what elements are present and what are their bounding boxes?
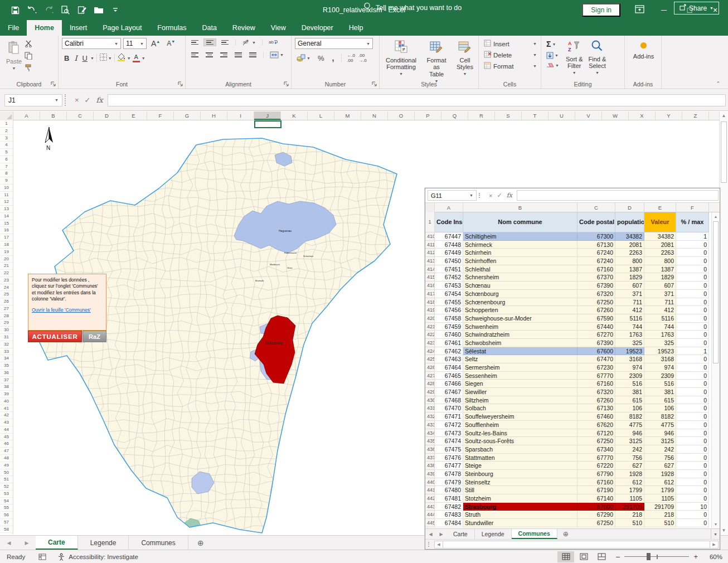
row-header[interactable]: 8 — [0, 170, 13, 177]
cell-code-insee[interactable]: 67448 — [435, 241, 463, 249]
number-dialog-launcher[interactable] — [371, 81, 377, 87]
cell-code-insee[interactable]: 67454 — [435, 290, 463, 298]
cell-code-insee[interactable]: 67449 — [435, 249, 463, 257]
enter-icon[interactable]: ✓ — [85, 96, 91, 104]
ewin-header-cell[interactable]: population — [615, 212, 644, 232]
ewin-header-cell[interactable]: % / max — [676, 212, 709, 232]
cell-pct-max[interactable]: 0 — [676, 298, 709, 307]
cell-code-insee[interactable]: 67466 — [435, 380, 463, 388]
column-header-k[interactable]: K — [281, 111, 308, 120]
cell-code-insee[interactable]: 67468 — [435, 396, 463, 405]
row-header[interactable]: 17 — [0, 234, 13, 241]
cell-valeur[interactable]: 3168 — [644, 355, 676, 363]
align-left-icon[interactable] — [189, 51, 201, 59]
cell-population[interactable]: 242 — [615, 445, 644, 454]
cell-code-postal[interactable]: 67440 — [577, 323, 615, 331]
cell-pct-max[interactable]: 0 — [676, 273, 709, 282]
cell-nom-commune[interactable]: Struth — [463, 511, 577, 519]
cell-population[interactable]: 106 — [615, 404, 644, 412]
row-header[interactable]: 55 — [0, 504, 13, 512]
percent-style-icon[interactable]: % — [316, 54, 327, 62]
sort-filter-button[interactable]: AZ Sort & Filter▼ — [563, 38, 586, 80]
row-header[interactable]: 50 — [0, 469, 13, 477]
main-tab-left-icon[interactable]: ◀ — [7, 540, 11, 546]
ewin-column-header-b[interactable]: B — [463, 203, 577, 212]
column-header-r[interactable]: R — [468, 111, 495, 120]
merge-center-icon[interactable]: ▼ — [268, 51, 285, 59]
row-header[interactable]: 25 — [0, 291, 13, 298]
ewin-row-number[interactable]: 413 — [425, 257, 435, 265]
row-header[interactable]: 36 — [0, 370, 13, 377]
row-header[interactable]: 53 — [0, 491, 13, 498]
cell-code-insee[interactable]: 67477 — [435, 462, 463, 470]
cell-population[interactable]: 1105 — [615, 494, 644, 503]
accounting-format-icon[interactable]: ▼ — [295, 54, 312, 62]
row-header[interactable]: 40 — [0, 398, 13, 405]
cell-code-insee[interactable]: 67458 — [435, 314, 463, 323]
column-header-b[interactable]: B — [40, 111, 67, 120]
cell-valeur[interactable]: 19523 — [644, 347, 676, 356]
sheet-tab-legende[interactable]: Legende — [78, 536, 129, 550]
cell-pct-max[interactable]: 0 — [676, 421, 709, 429]
cell-population[interactable]: 381 — [615, 388, 644, 396]
cell-code-postal[interactable]: 67160 — [577, 265, 615, 274]
column-header-y[interactable]: Y — [656, 111, 682, 120]
cell-code-postal[interactable]: 67370 — [577, 273, 615, 282]
cell-code-insee[interactable]: 67483 — [435, 511, 463, 519]
ewin-row-number[interactable]: 434 — [425, 429, 435, 438]
print-preview-icon[interactable] — [58, 3, 72, 17]
ewin-column-header-d[interactable]: D — [615, 203, 644, 212]
cell-code-insee[interactable]: 67472 — [435, 421, 463, 429]
ewin-row-number[interactable]: 423 — [425, 339, 435, 347]
row-header[interactable]: 2 — [0, 128, 13, 135]
cell-population[interactable]: 2263 — [615, 249, 644, 257]
cell-nom-commune[interactable]: Sparsbach — [463, 445, 577, 454]
cell-code-postal[interactable]: 67290 — [577, 511, 615, 519]
undo-icon[interactable] — [25, 3, 39, 17]
cell-code-insee[interactable]: 67473 — [435, 429, 463, 438]
column-header-s[interactable]: S — [495, 111, 522, 120]
ewin-row-number[interactable]: 426 — [425, 363, 435, 372]
cell-pct-max[interactable]: 1 — [676, 232, 709, 241]
cell-nom-commune[interactable]: Schwobsheim — [463, 339, 577, 347]
macro-record-icon[interactable] — [38, 554, 46, 560]
font-size-select[interactable]: 11▼ — [123, 38, 147, 49]
sheet-tab-carte[interactable]: Carte — [36, 536, 78, 550]
cell-valeur[interactable]: 412 — [644, 306, 676, 314]
ewin-row-number[interactable]: 433 — [425, 421, 435, 429]
main-vscroll-thumb[interactable] — [721, 122, 727, 183]
cell-code-insee[interactable]: 67459 — [435, 323, 463, 331]
cell-code-postal[interactable]: 67250 — [577, 519, 615, 527]
cell-code-insee[interactable]: 67456 — [435, 306, 463, 314]
paste-button[interactable]: Paste▼ — [3, 39, 25, 72]
cell-code-postal[interactable]: 67230 — [577, 363, 615, 372]
cell-pct-max[interactable]: 0 — [676, 396, 709, 405]
cell-code-postal[interactable]: 67600 — [577, 347, 615, 356]
column-header-g[interactable]: G — [174, 111, 201, 120]
cell-pct-max[interactable]: 0 — [676, 429, 709, 438]
row-header[interactable]: 22 — [0, 270, 13, 277]
cell-nom-commune[interactable]: Siegen — [463, 380, 577, 388]
cell-nom-commune[interactable]: Seltz — [463, 355, 577, 363]
normal-view-icon[interactable] — [557, 551, 574, 562]
row-header[interactable]: 46 — [0, 440, 13, 448]
cell-nom-commune[interactable]: Schœnau — [463, 282, 577, 290]
folder-icon[interactable] — [91, 3, 106, 17]
row-header[interactable]: 39 — [0, 391, 13, 398]
format-cells-button[interactable]: Format▼ — [482, 61, 538, 71]
row-header[interactable]: 24 — [0, 284, 13, 292]
cell-nom-commune[interactable]: Sélestat — [463, 347, 577, 356]
ewin-row-number[interactable]: 414 — [425, 265, 435, 274]
ewin-row-number[interactable]: 411 — [425, 241, 435, 249]
cell-population[interactable]: 371 — [615, 290, 644, 298]
ewin-row-number[interactable]: 439 — [425, 470, 435, 478]
cell-pct-max[interactable]: 0 — [676, 290, 709, 298]
ribbon-tab-page-layout[interactable]: Page Layout — [95, 20, 149, 36]
main-tab-right-icon[interactable]: ▶ — [25, 540, 29, 546]
ewin-row-number[interactable]: 419 — [425, 306, 435, 314]
ewin-row-number[interactable]: 437 — [425, 454, 435, 462]
cell-nom-commune[interactable]: Siltzheim — [463, 396, 577, 405]
ribbon-tab-file[interactable]: File — [0, 20, 27, 36]
format-painter-icon[interactable] — [25, 64, 33, 74]
cell-valeur[interactable]: 4775 — [644, 421, 676, 429]
